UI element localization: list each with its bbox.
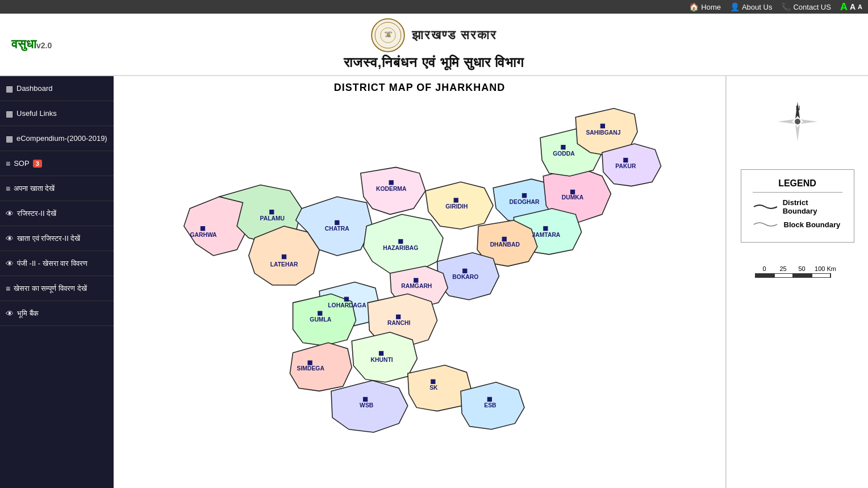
header-top-row: 🦁 सत्यमेव जयते झारखण्ड सरकार bbox=[371, 18, 497, 52]
sidebar-item-khesra-full[interactable]: ≡ खेसरा का सम्पूर्ण विवरण देखें bbox=[0, 276, 114, 301]
legend-item-block: Block Boundary bbox=[753, 220, 842, 229]
useful-links-icon: ▦ bbox=[6, 109, 13, 118]
svg-text:HAZARIBAG: HAZARIBAG bbox=[383, 245, 418, 251]
header-subtitle: राजस्व,निबंधन एवं भूमि सुधार विभाग bbox=[344, 55, 524, 70]
main-layout: ▦ Dashboard ▦ Useful Links ▦ eCompendium… bbox=[0, 76, 868, 488]
svg-rect-72 bbox=[318, 311, 322, 315]
svg-rect-63 bbox=[561, 145, 565, 149]
svg-text:GODDA: GODDA bbox=[553, 151, 575, 157]
svg-text:LATEHAR: LATEHAR bbox=[270, 261, 298, 268]
home-nav-item[interactable]: 🏠 Home bbox=[689, 2, 721, 11]
svg-text:RANCHI: RANCHI bbox=[387, 320, 410, 326]
sop-icon: ≡ bbox=[6, 159, 10, 168]
sidebar-item-sop[interactable]: ≡ SOP 3 bbox=[0, 151, 114, 176]
sidebar-item-ecompendium[interactable]: ▦ eCompendium-(2000-2019) bbox=[0, 126, 114, 151]
svg-rect-59 bbox=[398, 239, 403, 244]
font-default-button[interactable]: A bbox=[850, 2, 856, 11]
scale-labels: 0 25 50 100 Km bbox=[755, 265, 840, 272]
svg-rect-65 bbox=[623, 158, 628, 162]
svg-text:PAKUR: PAKUR bbox=[615, 163, 636, 169]
svg-text:ESB: ESB bbox=[484, 402, 496, 408]
jharkhand-title: झारखण्ड सरकार bbox=[412, 28, 497, 43]
svg-rect-69 bbox=[414, 278, 418, 282]
svg-rect-62 bbox=[570, 190, 575, 194]
svg-text:KODERMA: KODERMA bbox=[376, 186, 407, 192]
svg-rect-77 bbox=[487, 397, 492, 402]
svg-marker-79 bbox=[795, 124, 800, 141]
sidebar-item-apna-khata[interactable]: ≡ अपना खाता देखें bbox=[0, 176, 114, 201]
dashboard-icon: ▦ bbox=[6, 84, 13, 93]
contact-nav-item[interactable]: 📞 Contact US bbox=[781, 2, 831, 11]
sidebar-label-dashboard: Dashboard bbox=[16, 84, 53, 93]
legend-box: LEGEND District Boundary Block Boundary bbox=[741, 169, 854, 243]
map-container: GARHWA PALAMU LATEHAR CHATRA KODERMA HAZ… bbox=[114, 97, 725, 488]
svg-rect-68 bbox=[462, 269, 467, 273]
sidebar-label-khata-register: खाता एवं रजिस्टर-II देखें bbox=[17, 234, 80, 243]
legend-title: LEGEND bbox=[753, 178, 842, 193]
scale-seg-2 bbox=[774, 274, 793, 277]
about-nav-item[interactable]: 👤 About Us bbox=[730, 2, 772, 11]
svg-text:LOHARDAGA: LOHARDAGA bbox=[328, 302, 366, 308]
svg-marker-80 bbox=[778, 119, 795, 124]
header-logo-area: 🦁 सत्यमेव जयते झारखण्ड सरकार राजस्व,निबं… bbox=[344, 18, 524, 70]
sidebar-label-ecompendium: eCompendium-(2000-2019) bbox=[16, 134, 107, 143]
svg-text:SK: SK bbox=[429, 385, 438, 391]
svg-text:जयते: जयते bbox=[385, 35, 391, 38]
svg-text:RAMGARH: RAMGARH bbox=[401, 283, 432, 289]
svg-rect-60 bbox=[454, 198, 458, 202]
svg-text:DHANBAD: DHANBAD bbox=[490, 241, 520, 248]
contact-nav-label: Contact US bbox=[793, 3, 831, 11]
svg-text:DEOGHAR: DEOGHAR bbox=[510, 199, 540, 205]
scale-seg-1 bbox=[756, 274, 774, 277]
svg-rect-55 bbox=[269, 210, 274, 214]
svg-text:WSB: WSB bbox=[360, 402, 374, 408]
sidebar-item-useful-links[interactable]: ▦ Useful Links bbox=[0, 101, 114, 126]
svg-marker-11 bbox=[364, 214, 443, 273]
sidebar-item-register-ii[interactable]: 👁 रजिस्टर-II देखें bbox=[0, 201, 114, 226]
brand-name: वसुधा bbox=[11, 37, 36, 51]
sidebar-label-sop: SOP bbox=[14, 159, 29, 168]
brand-version: v2.0 bbox=[36, 41, 52, 50]
scale-seg-3 bbox=[793, 274, 812, 277]
khesra-full-icon: ≡ bbox=[6, 284, 10, 293]
panjii-icon: 👁 bbox=[6, 259, 14, 268]
sidebar-item-bhumi-bank[interactable]: 👁 भूमि बैंक bbox=[0, 301, 114, 326]
font-increase-button[interactable]: A bbox=[840, 1, 848, 13]
sidebar-item-dashboard[interactable]: ▦ Dashboard bbox=[0, 76, 114, 101]
register-ii-icon: 👁 bbox=[6, 209, 14, 218]
about-nav-label: About Us bbox=[742, 3, 772, 11]
svg-text:N: N bbox=[796, 105, 800, 111]
scale-seg-4 bbox=[812, 274, 831, 277]
legend-item-district: District Boundary bbox=[753, 198, 842, 215]
scale-100: 100 Km bbox=[811, 265, 840, 272]
svg-rect-58 bbox=[389, 180, 394, 185]
sidebar-label-apna-khata: अपना खाता देखें bbox=[14, 184, 55, 193]
svg-text:GARHWA: GARHWA bbox=[190, 232, 217, 238]
svg-text:PALAMU: PALAMU bbox=[260, 215, 285, 222]
apna-khata-icon: ≡ bbox=[6, 184, 10, 193]
svg-text:DUMKA: DUMKA bbox=[562, 194, 584, 201]
scale-25: 25 bbox=[774, 265, 792, 272]
scale-bar: 0 25 50 100 Km bbox=[755, 265, 840, 278]
sidebar: ▦ Dashboard ▦ Useful Links ▦ eCompendium… bbox=[0, 76, 114, 488]
sidebar-label-khesra-full: खेसरा का सम्पूर्ण विवरण देखें bbox=[14, 284, 86, 293]
svg-text:BOKARO: BOKARO bbox=[452, 274, 478, 280]
svg-text:KHUNTI: KHUNTI bbox=[371, 357, 393, 363]
legend-block-label: Block Boundary bbox=[784, 220, 841, 229]
home-nav-label: Home bbox=[701, 3, 721, 11]
font-decrease-button[interactable]: A bbox=[858, 3, 862, 10]
scale-50: 50 bbox=[792, 265, 811, 272]
sidebar-label-panjii: पंजी -II - खेसरा वार विवरण bbox=[17, 259, 87, 268]
svg-rect-73 bbox=[308, 360, 312, 365]
scale-bar-graphic bbox=[755, 273, 831, 278]
svg-text:SAHIBGANJ: SAHIBGANJ bbox=[586, 130, 620, 136]
svg-rect-61 bbox=[522, 193, 527, 198]
top-nav: 🏠 Home 👤 About Us 📞 Contact US A A A bbox=[0, 0, 868, 14]
legend-panel: N LEGEND District Boundary Block Boundar… bbox=[726, 76, 868, 488]
sidebar-item-khata-register[interactable]: 👁 खाता एवं रजिस्टर-II देखें bbox=[0, 226, 114, 251]
svg-rect-57 bbox=[335, 220, 339, 225]
svg-marker-81 bbox=[800, 119, 817, 124]
sidebar-item-panjii[interactable]: 👁 पंजी -II - खेसरा वार विवरण bbox=[0, 251, 114, 276]
svg-text:GUMLA: GUMLA bbox=[310, 316, 331, 323]
jharkhand-svg-map: GARHWA PALAMU LATEHAR CHATRA KODERMA HAZ… bbox=[114, 97, 725, 488]
